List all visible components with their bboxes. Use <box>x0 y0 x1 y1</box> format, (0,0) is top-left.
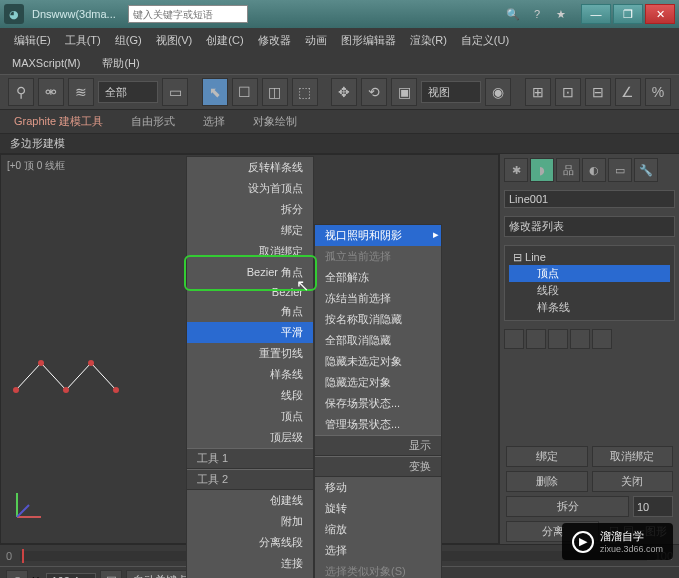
ctx2-select-similar[interactable]: 选择类似对象(S) <box>315 561 441 578</box>
unlink-icon[interactable]: ⚮ <box>38 78 64 106</box>
menu-create[interactable]: 创建(C) <box>200 31 249 50</box>
ctx2-unhide-all[interactable]: 全部取消隐藏 <box>315 330 441 351</box>
rect-select-icon[interactable]: ◫ <box>262 78 288 106</box>
percent-snap-icon[interactable]: % <box>645 78 671 106</box>
move-icon[interactable]: ✥ <box>331 78 357 106</box>
binoculars-icon[interactable]: 🔍 <box>503 4 523 24</box>
ctx-sub-vertex[interactable]: 顶点✓ <box>187 406 313 427</box>
tab-paint[interactable]: 对象绘制 <box>239 110 311 133</box>
unbind-button[interactable]: 取消绑定 <box>592 446 674 467</box>
keymode-icon[interactable]: ⊡ <box>555 78 581 106</box>
ctx2-move[interactable]: 移动 <box>315 477 441 498</box>
ctx2-rotate[interactable]: 旋转 <box>315 498 441 519</box>
ctx-corner[interactable]: 角点✓ <box>187 301 313 322</box>
tab-graphite[interactable]: Graphite 建模工具 <box>0 110 117 133</box>
close-spline-button[interactable]: 关闭 <box>592 471 674 492</box>
select-name-icon[interactable]: ☐ <box>232 78 258 106</box>
menu-maxscript[interactable]: MAXScript(M) <box>8 55 84 71</box>
ctx-top-level[interactable]: 顶层级 <box>187 427 313 448</box>
ctx-bind[interactable]: 绑定 <box>187 220 313 241</box>
display-tab-icon[interactable]: ▭ <box>608 158 632 182</box>
stack-spline[interactable]: 样条线 <box>509 299 670 316</box>
ctx-make-first[interactable]: 设为首顶点 <box>187 178 313 199</box>
menu-group[interactable]: 组(G) <box>109 31 148 50</box>
ctx2-viewport-light[interactable]: 视口照明和阴影▸ <box>315 225 441 246</box>
tab-select[interactable]: 选择 <box>189 110 239 133</box>
ctx-refine[interactable]: 细化 <box>187 574 313 578</box>
show-end-icon[interactable] <box>526 329 546 349</box>
utility-tab-icon[interactable]: 🔧 <box>634 158 658 182</box>
x-coord-field[interactable]: 162.4 <box>46 573 96 579</box>
ctx2-select[interactable]: 选择 <box>315 540 441 561</box>
select-icon[interactable]: ▭ <box>162 78 188 106</box>
stack-segment[interactable]: 线段 <box>509 282 670 299</box>
ctx-bezier[interactable]: Bezier <box>187 283 313 301</box>
menu-tools[interactable]: 工具(T) <box>59 31 107 50</box>
ctx-reverse-spline[interactable]: 反转样条线 <box>187 157 313 178</box>
ctx2-scale[interactable]: 缩放 <box>315 519 441 540</box>
modify-tab-icon[interactable]: ◗ <box>530 158 554 182</box>
ctx-create-line[interactable]: 创建线 <box>187 490 313 511</box>
remove-mod-icon[interactable] <box>570 329 590 349</box>
menu-grapheditor[interactable]: 图形编辑器 <box>335 31 402 50</box>
window-crossing-icon[interactable]: ⬚ <box>292 78 318 106</box>
split-value-field[interactable] <box>633 496 673 517</box>
ctx2-manage-state[interactable]: 管理场景状态... <box>315 414 441 435</box>
ctx-sub-spline[interactable]: 样条线 <box>187 364 313 385</box>
viewport-label[interactable]: [+0 顶 0 线框 <box>7 159 65 173</box>
stack-root[interactable]: ⊟ Line <box>509 250 670 265</box>
ctx2-hide-sel[interactable]: 隐藏选定对象 <box>315 372 441 393</box>
ctx2-freeze-sel[interactable]: 冻结当前选择 <box>315 288 441 309</box>
delete-button[interactable]: 删除 <box>506 471 588 492</box>
menu-anim[interactable]: 动画 <box>299 31 333 50</box>
manip-icon[interactable]: ⊞ <box>525 78 551 106</box>
maximize-button[interactable]: ❐ <box>613 4 643 24</box>
angle-snap-icon[interactable]: ∠ <box>615 78 641 106</box>
menu-render[interactable]: 渲染(R) <box>404 31 453 50</box>
star-icon[interactable]: ★ <box>551 4 571 24</box>
ctx-reset-tangent[interactable]: 重置切线 <box>187 343 313 364</box>
ctx2-isolate[interactable]: 孤立当前选择 <box>315 246 441 267</box>
ctx2-hide-unsel[interactable]: 隐藏未选定对象 <box>315 351 441 372</box>
ctx-detach-seg[interactable]: 分离线段 <box>187 532 313 553</box>
pivot-icon[interactable]: ◉ <box>485 78 511 106</box>
ctx-unbind[interactable]: 取消绑定 <box>187 241 313 262</box>
ctx2-save-state[interactable]: 保存场景状态... <box>315 393 441 414</box>
link-icon[interactable]: ⚲ <box>8 78 34 106</box>
scale-icon[interactable]: ▣ <box>391 78 417 106</box>
ctx-divide[interactable]: 拆分 <box>187 199 313 220</box>
create-tab-icon[interactable]: ✱ <box>504 158 528 182</box>
ctx-bezier-corner[interactable]: Bezier 角点 <box>187 262 313 283</box>
ctx2-unhide-name[interactable]: 按名称取消隐藏 <box>315 309 441 330</box>
ribbon-sub[interactable]: 多边形建模 <box>0 134 679 154</box>
rotate-icon[interactable]: ⟲ <box>361 78 387 106</box>
menu-custom[interactable]: 自定义(U) <box>455 31 515 50</box>
config-icon[interactable] <box>592 329 612 349</box>
key-icon[interactable]: ⚿ <box>100 570 122 579</box>
menu-modifier[interactable]: 修改器 <box>252 31 297 50</box>
ctx-attach[interactable]: 附加 <box>187 511 313 532</box>
search-input[interactable] <box>128 5 248 23</box>
split-button[interactable]: 拆分 <box>506 496 629 517</box>
ctx-connect[interactable]: 连接 <box>187 553 313 574</box>
refcoord-dropdown[interactable]: 视图 <box>421 81 481 103</box>
pin-stack-icon[interactable] <box>504 329 524 349</box>
menu-edit[interactable]: 编辑(E) <box>8 31 57 50</box>
unique-icon[interactable] <box>548 329 568 349</box>
ctx-smooth[interactable]: 平滑 <box>187 322 313 343</box>
stack-vertex[interactable]: 顶点 <box>509 265 670 282</box>
bind-button[interactable]: 绑定 <box>506 446 588 467</box>
object-name-field[interactable]: Line001 <box>504 190 675 208</box>
motion-tab-icon[interactable]: ◐ <box>582 158 606 182</box>
minimize-button[interactable]: — <box>581 4 611 24</box>
bind-icon[interactable]: ≋ <box>68 78 94 106</box>
selection-filter-dropdown[interactable]: 全部 <box>98 81 158 103</box>
modifier-list-dropdown[interactable]: 修改器列表 <box>504 216 675 237</box>
snap-icon[interactable]: ⊟ <box>585 78 611 106</box>
hierarchy-tab-icon[interactable]: 品 <box>556 158 580 182</box>
ctx-sub-segment[interactable]: 线段 <box>187 385 313 406</box>
lock-icon[interactable]: ⊕ <box>6 570 28 579</box>
tab-freeform[interactable]: 自由形式 <box>117 110 189 133</box>
ctx2-unfreeze-all[interactable]: 全部解冻 <box>315 267 441 288</box>
close-button[interactable]: ✕ <box>645 4 675 24</box>
